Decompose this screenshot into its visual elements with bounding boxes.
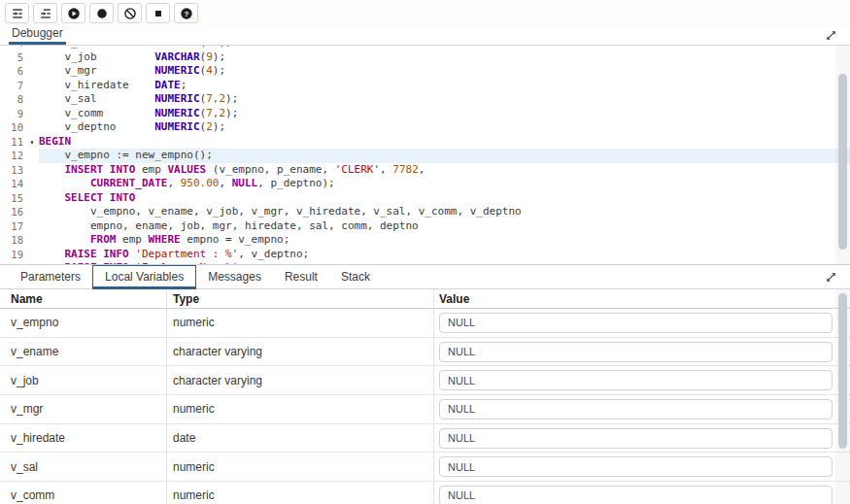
variable-name: v_comm xyxy=(0,482,167,504)
line-number[interactable]: 17 xyxy=(0,219,25,234)
fold-marker-icon: ▾ xyxy=(25,135,39,150)
line-number[interactable]: 16 xyxy=(0,205,25,219)
panel-scrollbar[interactable] xyxy=(835,289,850,504)
code-line-text: v_mgr NUMERIC(4); xyxy=(39,64,850,79)
variable-name: v_sal xyxy=(0,453,167,481)
code-line-text: v_empno, v_ename, v_job, v_mgr, v_hireda… xyxy=(39,205,850,219)
line-number[interactable]: 19 xyxy=(0,248,25,262)
variable-value-input[interactable] xyxy=(439,456,833,477)
line-number[interactable]: 8 xyxy=(0,92,25,107)
code-editor[interactable]: 4 v_ename VARCHAR(10);5 v_job VARCHAR(9)… xyxy=(0,46,850,264)
fold-gutter xyxy=(25,92,39,107)
panel-tab-local-variables[interactable]: Local Variables xyxy=(92,265,196,289)
line-number[interactable]: 6 xyxy=(0,64,25,79)
code-line-text: empno, ename, job, mgr, hiredate, sal, c… xyxy=(39,219,850,234)
toggle-breakpoint-button[interactable] xyxy=(89,3,114,23)
column-header-value: Value xyxy=(434,289,850,308)
variable-name: v_hiredate xyxy=(0,424,167,453)
code-line: 9 v_comm NUMERIC(7,2); xyxy=(0,107,850,121)
tab-debugger[interactable]: Debugger xyxy=(9,26,66,45)
code-line: 10 v_deptno NUMERIC(2); xyxy=(0,120,850,135)
code-line: 19 RAISE INFO 'Department : %', v_deptno… xyxy=(0,248,850,262)
panel-tab-result[interactable]: Result xyxy=(273,265,329,288)
code-line: 5 v_job VARCHAR(9); xyxy=(0,50,850,65)
variable-value-input[interactable] xyxy=(439,342,833,362)
step-over-button[interactable] xyxy=(33,3,57,23)
variable-value-cell xyxy=(434,366,850,394)
code-line-text: v_job VARCHAR(9); xyxy=(39,50,850,65)
breakpoint-icon xyxy=(95,7,109,20)
code-line-text: CURRENT_DATE, 950.00, NULL, p_deptno); xyxy=(39,177,850,191)
line-number[interactable]: 18 xyxy=(0,233,25,248)
column-header-type: Type xyxy=(167,289,434,308)
line-number[interactable]: 12 xyxy=(0,149,25,163)
variable-name: v_job xyxy=(0,366,167,394)
line-number[interactable]: 13 xyxy=(0,163,25,178)
variable-row: v_mgrnumeric xyxy=(0,395,850,424)
line-number[interactable]: 7 xyxy=(0,79,25,93)
variable-value-input[interactable] xyxy=(439,428,833,449)
stop-icon xyxy=(152,7,165,20)
line-number[interactable]: 5 xyxy=(0,50,25,65)
variable-value-input[interactable] xyxy=(439,313,833,333)
continue-button[interactable] xyxy=(61,3,85,23)
code-line: 18 FROM emp WHERE empno = v_empno; xyxy=(0,233,850,248)
help-icon: ? xyxy=(180,7,193,20)
variable-row: v_commnumeric xyxy=(0,482,850,504)
variable-row: v_enamecharacter varying xyxy=(0,338,850,367)
variable-value-cell xyxy=(434,309,850,337)
fold-gutter xyxy=(25,107,39,121)
panel-tab-messages[interactable]: Messages xyxy=(196,265,273,288)
fold-gutter xyxy=(25,163,39,178)
code-line: 17 empno, ename, job, mgr, hiredate, sal… xyxy=(0,219,850,234)
code-line-text: v_deptno NUMERIC(2); xyxy=(39,120,850,135)
step-into-button[interactable] xyxy=(5,3,29,23)
debugger-window: ? Debugger 4 v_ename VARCHAR(10);5 v_job… xyxy=(0,0,850,504)
debugger-bottom-panel: ParametersLocal VariablesMessagesResultS… xyxy=(0,264,850,504)
code-lines: 4 v_ename VARCHAR(10);5 v_job VARCHAR(9)… xyxy=(0,46,850,264)
fold-gutter xyxy=(25,205,39,219)
variable-type: numeric xyxy=(167,395,434,423)
clear-breakpoints-button[interactable] xyxy=(118,3,142,23)
local-variables-grid: Name Type Value v_empnonumericv_enamecha… xyxy=(0,289,850,504)
variable-value-cell xyxy=(434,395,850,423)
editor-scrollbar[interactable] xyxy=(835,46,850,264)
variable-value-input[interactable] xyxy=(439,486,833,504)
variable-type: date xyxy=(167,424,434,453)
variable-value-input[interactable] xyxy=(439,370,833,390)
line-number[interactable]: 9 xyxy=(0,107,25,121)
fold-gutter xyxy=(25,64,39,79)
variable-name: v_empno xyxy=(0,309,167,337)
clear-breakpoints-icon xyxy=(123,7,137,20)
fold-gutter xyxy=(25,177,39,191)
code-line: 6 v_mgr NUMERIC(4); xyxy=(0,64,850,79)
code-line-text: BEGIN xyxy=(39,135,850,150)
code-line-text: SELECT INTO xyxy=(39,191,850,206)
code-line-text: INSERT INTO emp VALUES (v_empno, p_ename… xyxy=(39,163,850,178)
panel-scrollbar-thumb[interactable] xyxy=(838,293,847,449)
variable-row: v_hiredatedate xyxy=(0,424,850,454)
fold-gutter xyxy=(25,233,39,248)
fold-gutter xyxy=(25,248,39,262)
editor-scrollbar-thumb[interactable] xyxy=(838,74,847,250)
panel-tab-stack[interactable]: Stack xyxy=(329,265,382,288)
fold-gutter xyxy=(25,219,39,234)
panel-expand-button[interactable] xyxy=(825,271,837,284)
panel-tab-parameters[interactable]: Parameters xyxy=(9,265,92,288)
editor-expand-button[interactable] xyxy=(825,29,837,42)
stop-button[interactable] xyxy=(146,3,170,23)
fold-gutter xyxy=(25,191,39,206)
line-number[interactable]: 14 xyxy=(0,177,25,191)
fold-gutter xyxy=(25,50,39,65)
line-number[interactable]: 11 xyxy=(0,135,25,150)
svg-text:?: ? xyxy=(184,9,188,17)
line-number[interactable]: 15 xyxy=(0,191,25,206)
help-button[interactable]: ? xyxy=(174,3,198,23)
line-number[interactable]: 10 xyxy=(0,120,25,135)
code-line: 12 v_empno := new_empno(); xyxy=(0,149,850,163)
variable-value-input[interactable] xyxy=(439,399,833,420)
code-line-text: v_comm NUMERIC(7,2); xyxy=(39,107,850,121)
document-tabbar: Debugger xyxy=(0,26,850,46)
code-line-text: v_sal NUMERIC(7,2); xyxy=(39,92,850,107)
variable-row: v_jobcharacter varying xyxy=(0,366,850,395)
